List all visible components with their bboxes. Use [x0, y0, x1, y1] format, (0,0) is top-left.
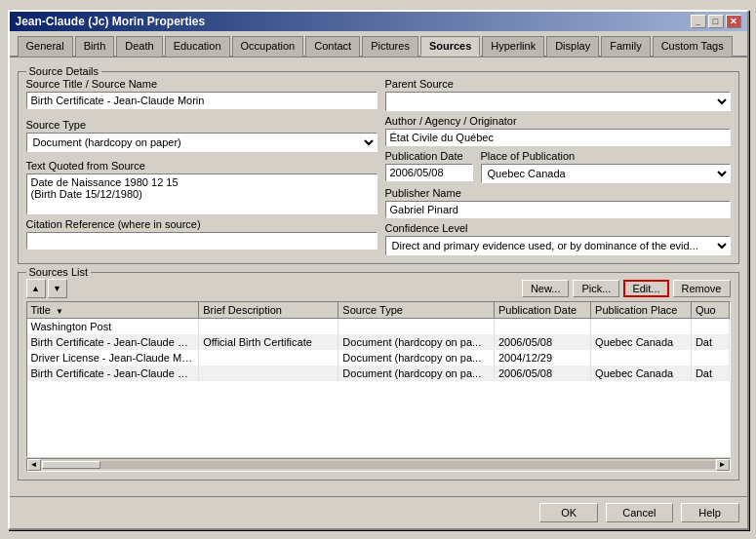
sources-list-group: Sources List ▲ ▼ New... Pick... Edit... … — [18, 272, 739, 481]
edit-source-button[interactable]: Edit... — [623, 280, 668, 297]
tab-family[interactable]: Family — [601, 36, 650, 57]
source-type-label: Source Type — [26, 119, 378, 131]
table-cell — [591, 350, 692, 366]
main-window: Jean-Claude (Jc) Morin Properties _ □ ✕ … — [8, 10, 749, 530]
table-cell: Dat — [691, 334, 729, 350]
pick-source-button[interactable]: Pick... — [573, 280, 619, 297]
table-cell: Driver License - Jean-Claude Morin — [27, 350, 199, 366]
table-cell — [199, 318, 338, 334]
table-cell: Washington Post — [27, 318, 199, 334]
ok-button[interactable]: OK — [539, 503, 598, 522]
footer-bar: OK Cancel Help — [10, 496, 747, 528]
table-cell: Dat — [691, 366, 729, 381]
citation-input[interactable] — [26, 232, 378, 250]
table-row[interactable]: Birth Certificate - Jean-Claude MorinDoc… — [27, 366, 730, 381]
source-title-group: Source Title / Source Name — [26, 78, 378, 115]
col-brief[interactable]: Brief Description — [199, 302, 338, 319]
tab-hyperlink[interactable]: Hyperlink — [482, 36, 544, 57]
pub-date-group: Publication Date — [385, 150, 473, 183]
table-row[interactable]: Washington Post — [27, 318, 730, 334]
table-cell: Document (hardcopy on pa... — [338, 350, 495, 366]
source-details-group: Source Details Source Title / Source Nam… — [18, 71, 739, 264]
table-cell — [691, 318, 729, 334]
col-type[interactable]: Source Type — [338, 302, 495, 319]
cancel-button[interactable]: Cancel — [606, 503, 672, 522]
sources-list-header: ▲ ▼ New... Pick... Edit... Remove — [26, 279, 731, 298]
tab-death[interactable]: Death — [116, 36, 162, 57]
tab-occupation[interactable]: Occupation — [232, 36, 304, 57]
parent-source-label: Parent Source — [385, 78, 731, 90]
confidence-select[interactable]: Direct and primary evidence used, or by … — [385, 236, 731, 255]
horizontal-scrollbar[interactable]: ◄ ► — [26, 458, 731, 472]
content-area: Source Details Source Title / Source Nam… — [10, 58, 747, 496]
text-quoted-group: Text Quoted from Source Date de Naissanc… — [26, 160, 378, 214]
window-title: Jean-Claude (Jc) Morin Properties — [16, 15, 206, 28]
table-cell: Birth Certificate - Jean-Claude Morin — [27, 366, 199, 381]
tab-general[interactable]: General — [18, 36, 73, 57]
table-row[interactable]: Birth Certificate - Jean-Claude MorinOff… — [27, 334, 730, 350]
scroll-left-button[interactable]: ◄ — [27, 459, 41, 471]
tab-birth[interactable]: Birth — [75, 36, 115, 57]
move-up-button[interactable]: ▲ — [26, 279, 46, 298]
scroll-track[interactable] — [42, 461, 715, 469]
parent-source-group: Parent Source — [385, 78, 731, 111]
sources-table-body: Washington PostBirth Certificate - Jean-… — [27, 318, 730, 381]
table-cell: Document (hardcopy on pa... — [338, 366, 495, 381]
text-quoted-label: Text Quoted from Source — [26, 160, 378, 172]
tab-pictures[interactable]: Pictures — [362, 36, 418, 57]
tab-display[interactable]: Display — [546, 36, 599, 57]
sources-list-title: Sources List — [26, 266, 92, 278]
maximize-button[interactable]: □ — [708, 15, 724, 28]
sources-table: Title ▼ Brief Description Source Type Pu… — [27, 302, 730, 381]
move-down-button[interactable]: ▼ — [48, 279, 67, 298]
tab-education[interactable]: Education — [165, 36, 230, 57]
scroll-right-button[interactable]: ► — [716, 459, 730, 471]
source-type-select[interactable]: Document (hardcopy on paper) — [26, 133, 378, 152]
table-cell — [691, 350, 729, 366]
sources-list-action-buttons: New... Pick... Edit... Remove — [522, 280, 731, 297]
title-bar: Jean-Claude (Jc) Morin Properties _ □ ✕ — [10, 12, 747, 31]
col-pub-place[interactable]: Publication Place — [591, 302, 692, 319]
col-title[interactable]: Title ▼ — [27, 302, 199, 319]
table-cell: Quebec Canada — [591, 366, 692, 381]
window-controls: _ □ ✕ — [691, 15, 741, 28]
table-row[interactable]: Driver License - Jean-Claude MorinDocume… — [27, 350, 730, 366]
publisher-input[interactable] — [385, 201, 731, 218]
tab-custom-tags[interactable]: Custom Tags — [653, 36, 733, 57]
remove-source-button[interactable]: Remove — [673, 280, 731, 297]
author-input[interactable] — [385, 129, 731, 146]
source-details-title: Source Details — [26, 65, 102, 77]
sources-table-container[interactable]: Title ▼ Brief Description Source Type Pu… — [26, 301, 731, 457]
tab-sources[interactable]: Sources — [420, 36, 480, 57]
help-button[interactable]: Help — [681, 503, 739, 522]
table-header-row: Title ▼ Brief Description Source Type Pu… — [27, 302, 730, 319]
citation-group: Citation Reference (where in source) — [26, 218, 378, 255]
table-cell — [591, 318, 692, 334]
table-cell: Document (hardcopy on pa... — [338, 334, 495, 350]
pub-place-label: Place of Publication — [481, 150, 731, 162]
table-cell: Birth Certificate - Jean-Claude Morin — [27, 334, 199, 350]
new-source-button[interactable]: New... — [522, 280, 570, 297]
author-group: Author / Agency / Originator — [385, 115, 731, 146]
source-title-input[interactable] — [26, 92, 378, 109]
col-quo[interactable]: Quo — [691, 302, 729, 319]
table-cell: 2006/05/08 — [494, 334, 590, 350]
text-quoted-textarea[interactable]: Date de Naissance 1980 12 15 (Birth Date… — [26, 173, 378, 214]
table-cell — [199, 366, 338, 381]
pub-place-select[interactable]: Quebec Canada — [481, 164, 731, 183]
author-label: Author / Agency / Originator — [385, 115, 731, 127]
publisher-group: Publisher Name — [385, 187, 731, 218]
tab-contact[interactable]: Contact — [305, 36, 360, 57]
pub-date-input[interactable] — [385, 164, 473, 181]
close-button[interactable]: ✕ — [726, 15, 741, 28]
confidence-group: Confidence Level Direct and primary evid… — [385, 222, 731, 255]
tab-bar: General Birth Death Education Occupation… — [10, 31, 747, 58]
parent-source-select[interactable] — [385, 92, 731, 111]
minimize-button[interactable]: _ — [691, 15, 706, 28]
table-cell — [199, 350, 338, 366]
table-cell: Quebec Canada — [591, 334, 692, 350]
table-cell: Official Birth Certificate — [199, 334, 338, 350]
col-pub-date[interactable]: Publication Date — [494, 302, 590, 319]
scroll-thumb[interactable] — [42, 461, 100, 469]
pub-place-group: Place of Publication Quebec Canada — [481, 150, 731, 183]
